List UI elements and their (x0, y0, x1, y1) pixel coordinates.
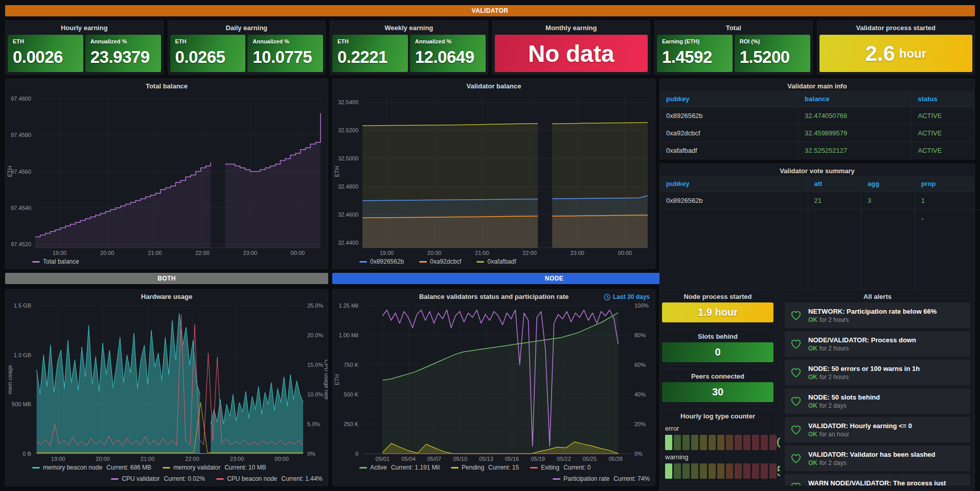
series-swatch (32, 467, 40, 469)
svg-text:750 K: 750 K (344, 362, 358, 368)
time-range-link[interactable]: Last 30 days (604, 293, 650, 300)
legend-item[interactable]: Participation rateCurrent: 74% (553, 475, 650, 482)
legend-item[interactable]: Total balance (32, 258, 83, 265)
gauge-cell (700, 435, 707, 450)
section-header-both[interactable]: BOTH (5, 273, 328, 284)
gauge-cell (769, 463, 777, 479)
svg-text:0%: 0% (634, 451, 643, 457)
panel-title[interactable]: Total balance (6, 79, 328, 91)
panel-title[interactable]: Validator vote summary (660, 164, 974, 176)
svg-text:20%: 20% (634, 421, 646, 427)
panel-total-earning: Total Earning (ETH)1.4592ROI (%)1.5200 (654, 20, 813, 75)
panel-title[interactable]: Hardware usage (6, 290, 328, 301)
panel-title[interactable]: Validator process started (817, 21, 975, 33)
column-header-pubkey[interactable]: pubkey (660, 91, 799, 107)
panel-title[interactable]: Node process started (660, 290, 776, 301)
legend-item[interactable]: 0xa92dcbcf (419, 258, 465, 265)
panel-validator-main-info: Validator main info pubkey balance statu… (659, 79, 975, 159)
svg-text:05/07: 05/07 (427, 456, 442, 462)
validator-tables-column: Validator main info pubkey balance statu… (659, 79, 975, 269)
stat-cell: ROI (%)1.5200 (735, 35, 810, 72)
column-header-agg[interactable]: agg (861, 176, 915, 192)
panel-all-alerts: All alerts NETWORK: Participation rate b… (780, 289, 975, 486)
stat-cell: ETH0.0265 (170, 35, 246, 72)
column-header-prop[interactable]: prop (915, 176, 974, 192)
section-header-validator[interactable]: VALIDATOR (5, 5, 975, 16)
legend-item[interactable]: ExitingCurrent: 0 (530, 464, 590, 471)
stat-row: Hourly earning ETH0.0026Annualized %23.9… (5, 20, 975, 75)
series-swatch (530, 467, 538, 469)
legend-item[interactable]: CPU beacon nodeCurrent: 1.44% (216, 475, 323, 482)
alert-item[interactable]: NODE: 50 errors or 100 warns in 1h OKfor… (785, 360, 970, 385)
svg-text:22:00: 22:00 (185, 456, 199, 462)
hardware-usage-chart: 1.5 GB1.0 GB500 MB0 B25.0%20.0%15.0%10.0… (6, 301, 328, 463)
column-header-att[interactable]: att (808, 176, 861, 192)
legend-item[interactable]: 0x8926562b (359, 258, 408, 265)
series-swatch (163, 467, 170, 469)
clock-icon (604, 294, 610, 300)
svg-text:32.5200: 32.5200 (338, 127, 358, 133)
chart-legend: Total balance (6, 257, 328, 268)
panel-title[interactable]: Validator balance (333, 79, 655, 91)
svg-text:25.0%: 25.0% (307, 302, 323, 309)
process-hours-cell: 2.6hour (819, 35, 973, 72)
svg-text:20:00: 20:00 (100, 250, 115, 256)
panel-title[interactable]: All alerts (781, 290, 974, 301)
legend-item[interactable]: CPU validatorCurrent: 0.02% (111, 475, 205, 482)
alert-item[interactable]: VALIDATOR: Hourly earning <= 0 OKfor an … (785, 417, 970, 442)
panel-weekly-earning: Weekly earning ETH0.2221Annualized %12.0… (330, 20, 488, 75)
legend-item[interactable]: memory validatorCurrent: 10 MB (163, 464, 266, 471)
column-header-status[interactable]: status (911, 91, 974, 107)
stat-cells: 2.6hour (817, 33, 975, 74)
column-header-balance[interactable]: balance (799, 91, 911, 107)
svg-text:19:00: 19:00 (380, 250, 394, 256)
panel-monthly-earning: Monthly earning No data (492, 20, 651, 75)
gauge-cell (665, 463, 672, 479)
svg-text:05/25: 05/25 (583, 456, 597, 462)
svg-text:97.4540: 97.4540 (11, 205, 31, 211)
panel-title[interactable]: Daily earning (168, 21, 326, 33)
panel-title[interactable]: Total (655, 21, 812, 33)
svg-text:00:00: 00:00 (291, 250, 305, 256)
panel-total-balance: Total balance 97.460097.458097.456097.45… (5, 79, 328, 269)
gauge-cell (743, 435, 750, 450)
series-swatch (476, 261, 484, 263)
alert-item[interactable]: VALIDATOR: Validator has been slashed OK… (785, 446, 970, 471)
gauge-cell (761, 463, 768, 479)
table-row: 0xafafbadf32.525252127ACTIVE (660, 142, 974, 159)
svg-text:15.0%: 15.0% (307, 362, 323, 368)
panel-title[interactable]: Peers connected (660, 369, 776, 381)
column-header-pubkey[interactable]: pubkey (660, 176, 808, 192)
svg-text:10.0%: 10.0% (307, 391, 323, 398)
legend-item[interactable]: memory beacon nodeCurrent: 686 MB (32, 464, 151, 471)
svg-text:32.5000: 32.5000 (338, 155, 358, 161)
svg-text:05/13: 05/13 (479, 456, 493, 462)
legend-item[interactable]: ActiveCurrent: 1.191 Mil (359, 464, 440, 471)
panel-title[interactable]: Validator main info (660, 79, 974, 91)
legend-item[interactable]: 0xafafbadf (476, 258, 520, 265)
alert-item[interactable]: WARN NODE/VALIDATOR: The process just (785, 474, 970, 485)
alert-item[interactable]: NODE: 50 slots behind OKfor 2 days (785, 388, 970, 414)
legend-item[interactable]: PendingCurrent: 15 (451, 464, 519, 471)
series-swatch (111, 478, 119, 480)
svg-text:05/28: 05/28 (608, 456, 623, 462)
panel-title[interactable]: Weekly earning (330, 21, 488, 33)
panel-title[interactable]: Hourly earning (6, 21, 163, 33)
svg-text:32.4400: 32.4400 (338, 240, 358, 246)
svg-text:19:00: 19:00 (53, 250, 67, 256)
panel-title[interactable]: Monthly earning (493, 21, 650, 33)
node-process-value: 1.9 hour (662, 302, 773, 322)
stat-cell: Annualized %23.9379 (85, 35, 161, 72)
alert-item[interactable]: NODE/VALIDATOR: Process down OKfor 2 hou… (785, 331, 970, 357)
heart-ok-icon (790, 338, 802, 350)
svg-text:ETH: ETH (7, 166, 13, 177)
chart-legend: memory beacon nodeCurrent: 686 MBmemory … (6, 463, 328, 474)
gauge-cell (665, 435, 672, 450)
svg-text:22:00: 22:00 (195, 250, 210, 256)
panel-title[interactable]: Hourly log type counter (660, 409, 776, 421)
gauge-cells (665, 435, 777, 450)
panel-title[interactable]: Slots behind (660, 330, 776, 341)
alert-item[interactable]: NETWORK: Participation rate below 66% OK… (785, 302, 970, 328)
gauge-cell (717, 463, 724, 479)
table-row: 0x8926562b32.474050768ACTIVE (660, 107, 974, 125)
